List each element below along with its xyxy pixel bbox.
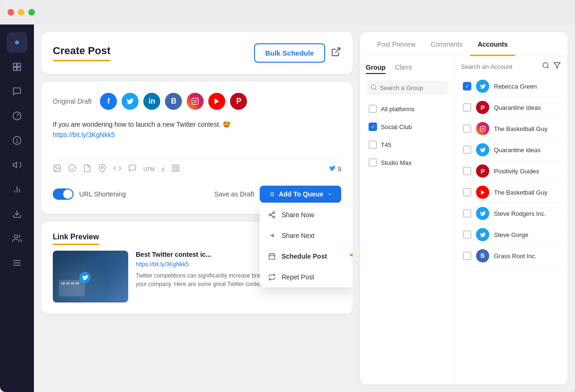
image-icon[interactable]	[53, 164, 61, 174]
youtube-icon[interactable]	[208, 93, 225, 110]
group-list: All platforms Social Club T45	[366, 101, 448, 171]
svg-rect-18	[192, 98, 198, 104]
account-checkbox-8[interactable]	[463, 252, 471, 260]
group-checkbox-studio-max[interactable]	[369, 158, 377, 167]
comment-icon[interactable]	[128, 164, 137, 174]
share-next-label: Share Next	[281, 232, 314, 239]
accounts-search-input[interactable]	[461, 63, 539, 70]
facebook-icon[interactable]: f	[100, 93, 117, 110]
maximize-button[interactable]	[28, 9, 35, 16]
tab-accounts[interactable]: Accounts	[470, 32, 515, 56]
svg-marker-8	[13, 162, 17, 168]
svg-point-23	[69, 165, 76, 172]
twitter-icon[interactable]	[122, 93, 139, 110]
schedule-icon	[267, 252, 277, 261]
search-group-input[interactable]	[380, 84, 444, 91]
svg-point-26	[101, 166, 104, 169]
group-checkbox-t45[interactable]	[369, 140, 377, 149]
account-checkbox-5[interactable]	[463, 188, 471, 196]
sidebar-item-reports[interactable]	[7, 179, 27, 200]
save-draft-button[interactable]: Save as Draft	[214, 190, 255, 198]
svg-rect-57	[480, 126, 485, 131]
sidebar-item-team[interactable]	[7, 228, 27, 249]
grid-icon[interactable]	[172, 164, 180, 174]
accounts-search-input-container	[461, 62, 550, 71]
filter-icon[interactable]	[553, 62, 561, 71]
account-platform-icon-5	[476, 186, 489, 199]
group-item-studio-max[interactable]: Studio Max	[366, 155, 448, 171]
bottom-controls: URL Shortening Save as Draft Add To Queu…	[53, 186, 341, 203]
file-icon[interactable]	[83, 164, 91, 174]
location-icon[interactable]	[98, 164, 107, 174]
sidebar-item-dashboard[interactable]	[7, 57, 27, 77]
search-group-icon	[370, 84, 377, 92]
account-item-steve-gorge[interactable]: Steve Gorge	[461, 224, 561, 245]
tab-group[interactable]: Group	[366, 64, 386, 74]
account-platform-icon-0	[476, 80, 489, 93]
url-shortening-toggle[interactable]	[53, 188, 74, 200]
sidebar-item-engage[interactable]	[7, 81, 27, 102]
account-item-positivity-guides[interactable]: P Positivity Guides	[461, 161, 561, 182]
tab-comments[interactable]: Comments	[423, 32, 470, 56]
group-checkbox-all-platforms[interactable]	[369, 105, 377, 113]
svg-rect-49	[71, 282, 74, 285]
account-item-basketball-guy-ig[interactable]: The Basketball Guy	[461, 118, 561, 139]
twitter-char-count: 9	[329, 165, 341, 173]
sidebar-item-campaigns[interactable]	[7, 155, 27, 175]
account-item-quarantine-ideas[interactable]: P Quarantine Ideas	[461, 97, 561, 118]
account-checkbox-1[interactable]	[463, 103, 471, 112]
close-button[interactable]	[8, 9, 14, 16]
utm-icon[interactable]: UTM	[143, 166, 155, 172]
draft-label: Original Draft	[53, 98, 91, 105]
hashtag-icon[interactable]: #	[161, 165, 165, 173]
create-post-header: Create Post Bulk Schedule	[53, 43, 341, 63]
account-item-grass-root[interactable]: B Grass Root Inc.	[461, 245, 561, 267]
code-icon[interactable]	[113, 164, 122, 174]
account-name-2: The Basketball Guy	[494, 125, 559, 132]
buffer-icon[interactable]: B	[165, 93, 182, 110]
draft-social-row: Original Draft f in B P	[53, 93, 341, 110]
emoji-icon[interactable]	[68, 164, 76, 174]
sidebar-item-support[interactable]	[7, 130, 27, 151]
share-now-item[interactable]: Share Now	[260, 204, 353, 225]
sidebar-item-downloads[interactable]	[7, 204, 27, 224]
repet-post-item[interactable]: Repet Post	[260, 267, 353, 287]
account-item-rebecca-green[interactable]: Rebecca Green	[461, 76, 561, 97]
account-checkbox-0[interactable]	[463, 82, 471, 90]
svg-rect-1	[14, 64, 17, 67]
account-checkbox-2[interactable]	[463, 124, 471, 133]
tab-client[interactable]: Client	[395, 64, 412, 74]
accounts-list-panel: Rebecca Green P Quarantine Ideas	[454, 56, 567, 384]
share-next-item[interactable]: Share Next	[260, 225, 353, 246]
account-checkbox-4[interactable]	[463, 167, 471, 175]
group-item-social-club[interactable]: Social Club	[366, 119, 448, 135]
pinterest-icon[interactable]: P	[230, 93, 247, 110]
minimize-button[interactable]	[18, 9, 25, 16]
add-to-queue-button[interactable]: Add To Queue	[260, 186, 341, 203]
schedule-post-item[interactable]: Schedule Post	[260, 246, 353, 267]
sidebar-item-publish[interactable]	[7, 32, 27, 53]
tab-post-preview[interactable]: Post Preview	[370, 32, 423, 56]
group-name-all-platforms: All platforms	[381, 106, 415, 113]
account-item-quarantine-ideas-2[interactable]: Quarantine ideas	[461, 139, 561, 161]
group-item-all-platforms[interactable]: All platforms	[366, 101, 448, 117]
account-checkbox-3[interactable]	[463, 146, 471, 154]
bulk-schedule-button[interactable]: Bulk Schedule	[254, 43, 325, 63]
instagram-icon[interactable]	[187, 93, 204, 110]
post-link[interactable]: https://bit.ly/3KgNkk5	[53, 131, 115, 139]
sidebar-item-menu[interactable]	[7, 253, 27, 273]
group-checkbox-social-club[interactable]	[369, 122, 377, 131]
account-item-basketball-guy-yt[interactable]: The Basketball Guy	[461, 182, 561, 203]
export-icon[interactable]	[331, 47, 341, 59]
group-item-t45[interactable]: T45	[366, 137, 448, 153]
account-checkbox-7[interactable]	[463, 230, 471, 239]
main-content: Create Post Bulk Schedule Original Draft	[34, 24, 575, 392]
account-item-steve-rodgers[interactable]: Steve Rodgers Inc.	[461, 203, 561, 224]
svg-rect-3	[14, 67, 17, 71]
account-checkbox-6[interactable]	[463, 209, 471, 218]
svg-rect-47	[61, 282, 65, 285]
linkedin-icon[interactable]: in	[143, 93, 160, 110]
post-toolbar: UTM # 9	[53, 159, 341, 174]
add-to-queue-label: Add To Queue	[279, 190, 323, 198]
sidebar-item-analyze[interactable]	[7, 106, 27, 126]
